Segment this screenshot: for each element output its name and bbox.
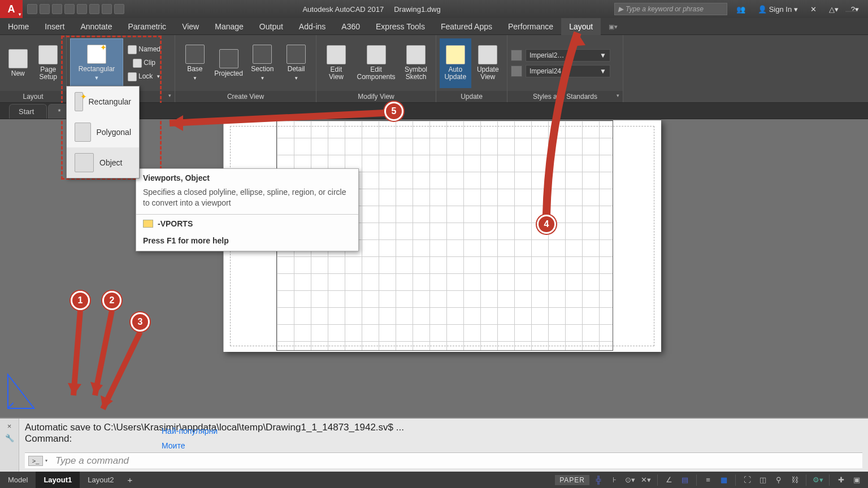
flyout-polygonal[interactable]: Polygonal	[67, 117, 139, 147]
projected-icon	[219, 49, 238, 68]
tab-featuredapps[interactable]: Featured Apps	[433, 18, 500, 35]
rectangular-viewport-icon: ✦	[87, 45, 106, 64]
isolate-icon[interactable]: ✚	[834, 474, 848, 486]
page-setup-icon	[38, 45, 58, 64]
osnap-icon[interactable]: ✕▾	[639, 474, 653, 486]
workspace-icon[interactable]: ◫	[756, 474, 770, 486]
annotation-visibility-icon[interactable]: ⚲	[772, 474, 785, 486]
app-menu-button[interactable]: A	[0, 0, 23, 18]
layout1-tab[interactable]: Layout1	[36, 472, 80, 488]
annotation-bubble-1: 1	[71, 291, 90, 310]
annotation-bubble-2: 2	[102, 291, 121, 310]
tooltip-command: -VPORTS	[136, 214, 358, 233]
command-window[interactable]: × 🔧 Automatic save to C:\Users\Krasimir\…	[0, 417, 868, 472]
lock-viewport-button[interactable]: Lock▼	[124, 71, 164, 83]
rectangular-icon: ✦	[75, 92, 83, 111]
qat-more-icon[interactable]	[114, 4, 124, 14]
svg-line-1	[8, 403, 14, 408]
tooltip-help: Press F1 for more help	[136, 233, 358, 251]
a360-icon[interactable]: △▾	[826, 4, 842, 15]
tab-layout[interactable]: Layout	[561, 18, 601, 35]
panel-createview-title: Create View	[175, 91, 316, 102]
quick-access-toolbar	[23, 4, 129, 14]
tab-home[interactable]: Home	[0, 18, 37, 35]
qat-redo-icon[interactable]	[102, 4, 112, 14]
tab-parametric[interactable]: Parametric	[120, 18, 174, 35]
flyout-rectangular[interactable]: ✦ Rectangular	[67, 86, 139, 117]
tab-output[interactable]: Output	[251, 18, 291, 35]
tab-overflow-icon[interactable]: ▣▾	[601, 18, 626, 35]
rectangular-viewport-button[interactable]: ✦ Rectangular▼	[70, 38, 123, 88]
tab-addins[interactable]: Add-ins	[291, 18, 333, 35]
space-toggle[interactable]: PAPER	[555, 475, 589, 485]
edit-components-button[interactable]: Edit Components	[354, 38, 398, 88]
tab-performance[interactable]: Performance	[500, 18, 561, 35]
clean-screen-icon[interactable]: ▣	[850, 474, 863, 486]
qat-plot-icon[interactable]	[77, 4, 87, 14]
layout2-tab[interactable]: Layout2	[80, 472, 121, 488]
wrench-icon[interactable]: 🔧	[5, 434, 14, 442]
command-input[interactable]: Type a command	[55, 455, 129, 467]
panel-styles-title[interactable]: Styles and Standards	[507, 91, 623, 102]
grid-toggle-icon[interactable]: ╬	[592, 474, 605, 486]
close-cmd-icon[interactable]: ×	[7, 422, 12, 430]
model-tab[interactable]: Model	[0, 472, 36, 488]
infocenter-icon[interactable]: 👥	[733, 4, 749, 15]
tab-view[interactable]: View	[174, 18, 207, 35]
new-layout-button[interactable]: New	[3, 38, 33, 88]
qat-new-icon[interactable]	[27, 4, 37, 14]
minimize-button[interactable]: —	[845, 3, 858, 18]
command-icon	[143, 220, 153, 228]
otrack-icon[interactable]: ∠	[662, 474, 676, 486]
page-setup-button[interactable]: Page Setup	[34, 38, 63, 88]
polygonal-icon	[75, 123, 91, 142]
ucs-icon[interactable]	[6, 371, 38, 413]
start-tab[interactable]: Start	[9, 104, 47, 119]
link-popular[interactable]: Най-популярни	[162, 426, 218, 435]
tab-a360[interactable]: A360	[333, 18, 368, 35]
symbol-sketch-button[interactable]: Symbol Sketch	[400, 38, 432, 88]
ortho-icon[interactable]: ⊦	[607, 474, 621, 486]
style1-icon[interactable]	[511, 50, 522, 61]
detail-view-button[interactable]: Detail▼	[280, 38, 313, 88]
selection-cycling-icon[interactable]: ▦	[717, 474, 731, 486]
clip-icon	[133, 59, 142, 68]
qat-open-icon[interactable]	[40, 4, 50, 14]
ui-lock-icon[interactable]: ⛓	[788, 474, 801, 486]
update-view-icon	[478, 45, 497, 64]
signin-button[interactable]: 👤 Sign In ▾	[754, 4, 801, 15]
exchange-icon[interactable]: ✕	[807, 4, 820, 15]
polar-icon[interactable]: ⊙▾	[623, 474, 637, 486]
update-view-button[interactable]: Update View	[472, 38, 504, 88]
flyout-object[interactable]: Object	[67, 147, 139, 178]
style2-icon[interactable]	[511, 66, 522, 77]
qat-undo-icon[interactable]	[89, 4, 99, 14]
tab-manage[interactable]: Manage	[207, 18, 251, 35]
annotation-scale-icon[interactable]: ⛶	[740, 474, 754, 486]
customization-icon[interactable]: ⚙▾	[811, 474, 824, 486]
tab-expresstools[interactable]: Express Tools	[368, 18, 433, 35]
style2-dropdown[interactable]: Imperial24▼	[526, 65, 610, 77]
named-viewports-button[interactable]: Named	[124, 43, 164, 56]
command-input-icon[interactable]: >_	[28, 456, 43, 466]
transparency-icon[interactable]: ≡	[701, 474, 715, 486]
panel-layout-title: Layout	[0, 91, 66, 102]
clip-viewport-button[interactable]: Clip	[124, 57, 164, 69]
tab-insert[interactable]: Insert	[37, 18, 72, 35]
object-icon	[75, 153, 94, 172]
add-layout-tab[interactable]: +	[122, 472, 138, 488]
auto-update-icon	[446, 45, 465, 64]
tab-annotate[interactable]: Annotate	[72, 18, 120, 35]
qat-saveas-icon[interactable]	[64, 4, 75, 14]
edit-view-button[interactable]: Edit View	[320, 38, 353, 88]
help-search-input[interactable]: ▶Type a keyword or phrase	[614, 3, 727, 15]
qat-save-icon[interactable]	[52, 4, 62, 14]
style1-dropdown[interactable]: Imperial2…▼	[526, 49, 610, 62]
projected-view-button[interactable]: Projected	[212, 38, 245, 88]
command-gutter: × 🔧	[0, 419, 19, 472]
lineweight-icon[interactable]: ▤	[678, 474, 692, 486]
auto-update-button[interactable]: Auto Update	[440, 38, 471, 88]
section-view-button[interactable]: Section▼	[246, 38, 279, 88]
link-mine[interactable]: Моите	[162, 441, 218, 450]
base-view-button[interactable]: Base▼	[179, 38, 211, 88]
